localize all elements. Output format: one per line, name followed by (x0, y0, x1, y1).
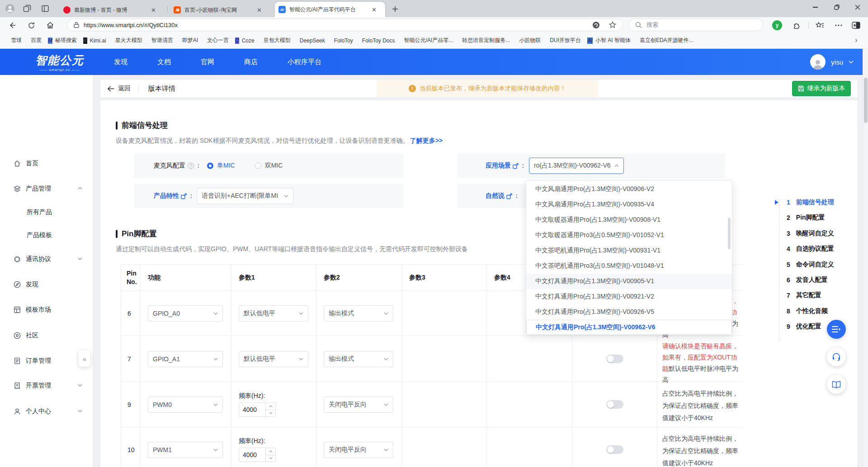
scene-select[interactable]: ro(占1.3M空间)-V00962-V6 (529, 158, 624, 174)
bookmark-item[interactable]: 即梦AI (179, 37, 198, 44)
bookmark-item[interactable]: 雪球 (8, 37, 22, 44)
freq-input[interactable]: 4000 (239, 448, 276, 462)
window-close-button[interactable] (847, 0, 868, 14)
param1-select[interactable]: 默认低电平 (239, 305, 308, 322)
bookmark-item[interactable]: 聆思语音定制服务... (459, 37, 510, 44)
inherit-new-version-button[interactable]: 继承为新版本 (792, 81, 851, 96)
bookmark-item[interactable]: DeepSeek (297, 37, 325, 44)
freq-stepper[interactable] (265, 403, 275, 416)
func-select[interactable]: GPIO_A1 (148, 351, 223, 367)
dropdown-option[interactable]: 中文灯具通用Pro(占1.3M空间)-V00921-V2 (526, 289, 732, 304)
dropdown-option[interactable]: 中文取暖器通用Pro3(占0.5M空间)-V01052-V1 (526, 228, 732, 243)
bookmark-item[interactable]: 星火大模型 (113, 37, 142, 44)
bookmark-item[interactable]: 智谱清言 (149, 37, 173, 44)
sidebar-item-protocols[interactable]: 通讯协议 (0, 254, 93, 265)
step-up-icon[interactable] (266, 448, 275, 455)
param2-select[interactable]: 输出模式 (324, 305, 393, 322)
bookmark-item[interactable]: 文心一言 (204, 37, 229, 44)
sidebar-item-product-templates[interactable]: 产品模板 (0, 230, 93, 241)
sidebar-item-product-mgmt[interactable]: 产品管理 (0, 183, 93, 194)
anchor-item-protocol[interactable]: 4自选协议配置 (787, 244, 834, 253)
anchor-item-optimize[interactable]: 9优化配置 (787, 322, 821, 331)
help-icon[interactable]: ? (188, 163, 194, 169)
pin-toggle[interactable] (606, 355, 623, 363)
func-select[interactable]: PWM0 (148, 397, 223, 413)
external-link-icon[interactable] (506, 193, 512, 199)
nav-item-docs[interactable]: 文档 (157, 58, 171, 66)
window-minimize-button[interactable] (805, 0, 826, 14)
back-button[interactable]: 返回 (108, 80, 131, 97)
param2-select[interactable]: 关闭电平反向 (324, 397, 393, 413)
tab-actions-icon[interactable] (40, 3, 51, 14)
anchor-item-wakeword[interactable]: 3唤醒词自定义 (787, 229, 834, 238)
copilot-sidebar-icon[interactable] (850, 19, 862, 31)
radio-single-mic[interactable] (207, 163, 213, 169)
read-aloud-icon[interactable] (592, 21, 600, 29)
url-text[interactable]: https://www.smartpi.cn/#/QytlCi130x (84, 22, 592, 28)
search-box[interactable]: 搜索 (628, 19, 763, 31)
anchor-item-signal[interactable]: 1前端信号处理 (787, 198, 834, 207)
nav-item-miniprogram[interactable]: 小程序平台 (288, 58, 321, 66)
pin-toggle[interactable] (606, 445, 623, 454)
nav-item-website[interactable]: 官网 (201, 58, 214, 66)
freq-stepper[interactable] (265, 448, 275, 462)
bookmarks-overflow-icon[interactable]: › (851, 33, 862, 47)
address-bar[interactable]: https://www.smartpi.cn/#/QytlCi130x (67, 19, 623, 31)
tab-close-icon[interactable]: ✕ (151, 7, 156, 14)
docs-fab-button[interactable] (827, 375, 846, 394)
anchor-item-voice[interactable]: 6发音人配置 (787, 276, 828, 285)
step-down-icon[interactable] (266, 455, 275, 462)
sidebar-item-invoices[interactable]: 开票管理 (0, 380, 93, 391)
dropdown-option[interactable]: 中文茶吧机通用Pro3(占0.5M空间)-V01048-V1 (526, 258, 732, 274)
window-restore-button[interactable] (826, 0, 847, 14)
workspaces-icon[interactable] (22, 3, 33, 14)
external-link-icon[interactable] (513, 163, 519, 169)
nav-item-discover[interactable]: 发现 (114, 58, 127, 66)
sidebar-collapse-button[interactable]: « (79, 350, 90, 367)
bookmark-item[interactable]: 百度 (28, 37, 42, 44)
anchor-item-commands[interactable]: 5命令词自定义 (787, 260, 834, 269)
extensions-puzzle-icon[interactable] (791, 19, 803, 31)
sidebar-item-discover[interactable]: 发现 (0, 279, 93, 290)
collections-icon[interactable] (814, 19, 826, 31)
bookmark-item[interactable]: AI小智 AI 智能体 (587, 37, 631, 44)
new-tab-icon[interactable] (390, 4, 401, 14)
favorite-star-icon[interactable] (609, 21, 616, 28)
radio-dual-mic[interactable] (255, 163, 261, 169)
scrollbar-thumb[interactable] (864, 78, 868, 123)
bookmark-item[interactable]: FoloToy Docs (359, 37, 395, 44)
pin-toggle[interactable] (606, 400, 623, 409)
browser-tab-weibo[interactable]: 最新微博 - 首页 - 微博 ✕ (60, 3, 165, 17)
anchor-item-audio[interactable]: 8个性化音频 (787, 307, 828, 316)
feature-select[interactable]: 语音识别+AEC打断(限单MI (197, 188, 293, 204)
browser-tab-taobao[interactable]: 淘 首页-小匠物联-淘宝网 ✕ (170, 3, 272, 17)
dropdown-scrollbar[interactable] (728, 218, 731, 249)
dropdown-option[interactable]: 中文茶吧机通用Pro(占1.3M空间)-V00931-V1 (526, 243, 732, 258)
learn-more-link[interactable]: 了解更多>> (410, 137, 443, 144)
func-select[interactable]: PWM1 (148, 442, 223, 458)
refresh-icon[interactable] (25, 19, 37, 31)
dropdown-option-selected[interactable]: 中文灯具通用Pro(占1.3M空间)-V00962-V6 (526, 320, 732, 335)
sidebar-item-template-market[interactable]: 模板市场 (0, 304, 93, 315)
browser-tab-smartpi-active[interactable]: AI 智能公元/AI产品零代码平台 ✕ (275, 2, 385, 17)
bookmark-item[interactable]: KKimi.ai (83, 37, 106, 44)
support-fab-button[interactable] (827, 347, 846, 366)
bookmark-item[interactable]: 智能公元/AI产品零... (401, 37, 453, 44)
bookmark-item[interactable]: CCoze (235, 37, 255, 44)
bookmark-item[interactable]: 小匠物联 (516, 37, 541, 44)
dropdown-option[interactable]: 中文风扇通用Pro(占1.3M空间)-V00935-V4 (526, 197, 732, 212)
sidebar-item-account[interactable]: 个人中心 (0, 406, 93, 417)
param1-select[interactable]: 默认低电平 (239, 351, 308, 367)
freq-input[interactable]: 4000 (239, 402, 276, 417)
step-up-icon[interactable] (266, 403, 275, 410)
feature-label[interactable]: 产品特性 (154, 192, 179, 200)
bookmark-item[interactable]: 豆包大模型 (261, 37, 291, 44)
param2-select[interactable]: 输出模式 (324, 351, 393, 367)
dropdown-option[interactable]: 中文灯具通用Pro(占1.3M空间)-V00926-V5 (526, 304, 732, 320)
anchor-item-pin[interactable]: 2Pin脚配置 (787, 213, 825, 222)
natural-speech-label[interactable]: 自然说 (486, 192, 505, 200)
sidebar-item-community[interactable]: 社区 (0, 330, 93, 341)
anchor-item-other[interactable]: 7其它配置 (787, 291, 821, 300)
sidebar-item-all-products[interactable]: 所有产品 (0, 207, 93, 218)
lock-icon[interactable] (74, 22, 79, 28)
